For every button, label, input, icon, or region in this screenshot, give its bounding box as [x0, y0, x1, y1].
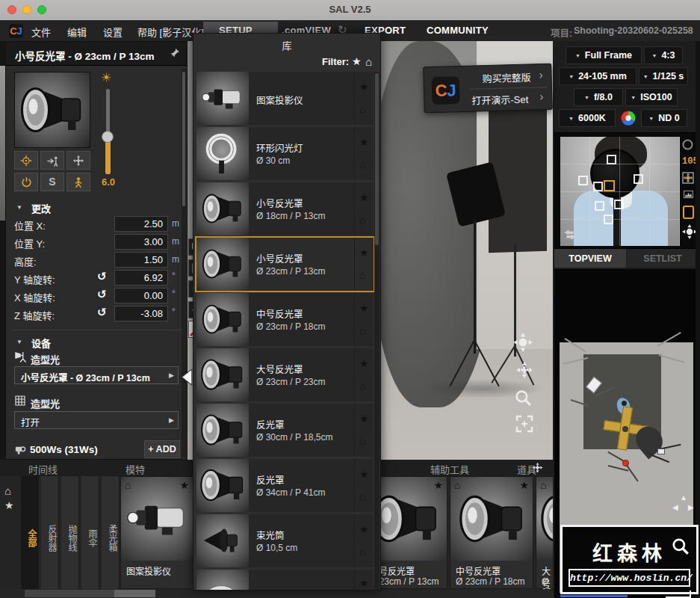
home-filter-icon[interactable]: [365, 55, 372, 68]
category-tab-umbrella[interactable]: 雨伞: [81, 476, 99, 589]
favorite-icon[interactable]: [433, 479, 443, 491]
modeling-dropdown[interactable]: 打开: [14, 411, 179, 429]
aim-at-model-button[interactable]: [40, 151, 64, 170]
home-icon[interactable]: [359, 214, 365, 226]
library-item[interactable]: 束光筒 Ø 10,5 cm: [196, 514, 374, 567]
camera-topview[interactable]: [622, 460, 629, 466]
favorite-filter-icon[interactable]: [352, 55, 362, 67]
buy-full-version-link[interactable]: 购买完整版: [482, 70, 530, 85]
favorite-icon[interactable]: [359, 357, 369, 369]
library-item[interactable]: 图案投影仪: [196, 72, 374, 125]
scrollbar-thumb[interactable]: [114, 590, 155, 597]
tab-community[interactable]: COMMUNITY: [427, 25, 489, 36]
iso-dropdown[interactable]: ISO100: [625, 88, 678, 106]
menu-settings[interactable]: 设置: [103, 25, 123, 39]
lens-mode-icon[interactable]: [682, 139, 693, 153]
focus-points-icon[interactable]: [682, 172, 694, 187]
pin-icon[interactable]: [169, 47, 181, 62]
favorite-icon[interactable]: [359, 81, 369, 93]
white-balance-dropdown[interactable]: 6000K: [559, 109, 616, 127]
lens-dropdown[interactable]: 24-105 mm: [559, 67, 636, 85]
position-y-field[interactable]: 3.00: [114, 234, 168, 250]
fit-view-icon[interactable]: [515, 415, 533, 436]
home-icon[interactable]: [359, 103, 365, 115]
arrow-left-icon[interactable]: [672, 503, 678, 511]
panel-scrollbar[interactable]: [182, 69, 186, 457]
aperture-dropdown[interactable]: f/8.0: [574, 88, 623, 106]
home-filter-icon[interactable]: [4, 484, 11, 497]
menu-file[interactable]: 文件: [31, 25, 51, 39]
category-tab-all[interactable]: 全部: [21, 476, 39, 589]
dpad-icon[interactable]: [682, 224, 697, 242]
sync-button[interactable]: S: [40, 173, 64, 191]
aspect-dropdown[interactable]: 4:3: [644, 46, 683, 64]
arrow-up-icon[interactable]: [680, 493, 687, 502]
power-button[interactable]: [14, 173, 38, 191]
reset-rotation-icon[interactable]: [97, 306, 107, 319]
favorite-icon[interactable]: [359, 577, 369, 589]
library-item[interactable]: 大号反光罩 Ø 23cm / P 23cm: [196, 348, 374, 401]
rotation-y-field[interactable]: 6.92: [114, 270, 168, 286]
menu-edit[interactable]: 编辑: [67, 25, 87, 39]
home-icon[interactable]: [359, 158, 365, 170]
model-button[interactable]: [66, 173, 90, 191]
tab-setlist[interactable]: SETLIST: [627, 249, 699, 268]
pan-icon[interactable]: [515, 361, 533, 382]
collapse-icon[interactable]: [16, 339, 22, 345]
home-icon[interactable]: [359, 380, 365, 392]
category-tab-reflectors[interactable]: 反射器: [41, 476, 59, 589]
orbit-icon[interactable]: [513, 333, 533, 355]
favorite-icon[interactable]: [179, 479, 189, 491]
category-tab-parabolic[interactable]: 抛物线: [61, 476, 79, 589]
home-icon[interactable]: [125, 479, 131, 491]
move-light-button[interactable]: [66, 151, 90, 170]
library-item[interactable]: [196, 570, 374, 590]
favorite-filter-icon[interactable]: [4, 499, 14, 511]
rotation-z-field[interactable]: -3.08: [114, 306, 168, 321]
favorite-icon[interactable]: [359, 136, 369, 148]
height-field[interactable]: 1.50: [114, 252, 168, 268]
library-item[interactable]: 中号反光罩 Ø 23cm / P 18cm: [196, 293, 374, 346]
modifier-dropdown[interactable]: 小号反光罩 - Ø 23cm / P 13cm: [14, 366, 179, 384]
home-icon[interactable]: [454, 479, 460, 491]
position-x-field[interactable]: 2.50: [114, 216, 168, 232]
nd-filter-dropdown[interactable]: ND 0: [641, 109, 687, 127]
camera-viewfinder[interactable]: 105: [554, 132, 699, 249]
library-item[interactable]: 小号反光罩 Ø 18cm / P 13cm: [196, 182, 374, 235]
target-light-button[interactable]: [14, 151, 38, 170]
favorite-icon[interactable]: [359, 247, 369, 259]
frame-icon[interactable]: [682, 205, 695, 223]
reset-rotation-icon[interactable]: [97, 288, 107, 301]
category-tab-softbox[interactable]: 柔光箱: [102, 476, 120, 589]
library-item[interactable]: 中号反光罩 Ø 23cm / P 18cm: [450, 476, 533, 589]
favorite-icon[interactable]: [359, 413, 369, 425]
scrollbar-thumb[interactable]: [182, 72, 185, 206]
rotation-x-field[interactable]: 0.00: [114, 288, 168, 303]
favorite-icon[interactable]: [519, 479, 529, 491]
library-item[interactable]: 大号反光罩 Ø 23cm / P 23cm: [536, 476, 553, 589]
intensity-slider-thumb[interactable]: [102, 131, 114, 143]
home-icon[interactable]: [359, 546, 365, 558]
histogram-icon[interactable]: [682, 189, 695, 203]
library-item[interactable]: 反光罩 Ø 30cm / P 18,5cm: [196, 404, 374, 457]
home-icon[interactable]: [540, 479, 546, 491]
favorite-icon[interactable]: [359, 523, 369, 535]
tab-tools[interactable]: 辅助工具: [430, 462, 469, 476]
tab-timeline[interactable]: 时间线: [28, 462, 58, 476]
arrow-right-icon[interactable]: [688, 503, 694, 511]
library-item-selected[interactable]: 小号反光罩 Ø 23cm / P 13cm: [196, 238, 374, 291]
swap-view-icon[interactable]: [563, 228, 577, 241]
home-icon[interactable]: [359, 435, 365, 447]
library-item[interactable]: 反光罩 Ø 34cm / P 41cm: [196, 459, 374, 512]
color-wheel-icon[interactable]: [620, 110, 636, 126]
scrollbar-thumb[interactable]: [375, 73, 379, 245]
tab-topview[interactable]: TOPVIEW: [554, 249, 626, 268]
home-icon[interactable]: [359, 269, 365, 281]
tab-model[interactable]: 模特: [126, 462, 145, 476]
favorite-icon[interactable]: [359, 191, 369, 203]
sensor-dropdown[interactable]: Full Frame: [566, 46, 642, 64]
intensity-slider-track[interactable]: [106, 89, 110, 137]
library-item[interactable]: 图案投影仪: [120, 476, 193, 589]
collapse-icon[interactable]: [16, 204, 22, 211]
home-icon[interactable]: [359, 324, 365, 336]
